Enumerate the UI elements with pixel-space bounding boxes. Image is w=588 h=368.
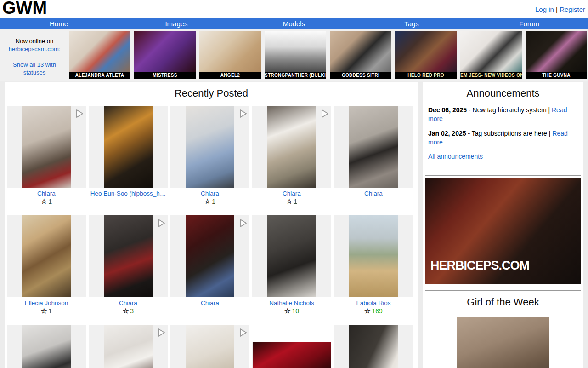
play-icon — [155, 327, 166, 339]
login-link[interactable]: Log in — [535, 6, 554, 13]
nav-item-home[interactable]: Home — [0, 18, 118, 29]
online-model-image — [199, 31, 261, 72]
post-thumbnail[interactable] — [334, 106, 413, 188]
herbicepscam-link[interactable]: herbicepscam.com: — [9, 46, 61, 52]
post-image — [267, 215, 316, 297]
model-name-link[interactable]: Fabiola Rios — [334, 299, 413, 307]
post-thumbnail[interactable] — [7, 106, 86, 188]
post-thumbnail[interactable] — [170, 325, 249, 368]
post-thumbnail[interactable] — [252, 215, 331, 297]
model-name-link[interactable]: Ellecia Johnson — [7, 299, 86, 307]
post-card: Chiara ☆1 — [170, 106, 249, 205]
star-icon: ☆ — [284, 307, 290, 315]
post-thumbnail[interactable] — [334, 325, 413, 368]
model-name-link[interactable]: Chiara — [252, 190, 331, 197]
online-model-name: HELO RED PRO — [395, 72, 457, 79]
online-model-image — [526, 31, 587, 72]
online-model-thumb[interactable]: ANGEL2 — [199, 31, 261, 79]
post-card — [334, 325, 413, 368]
post-thumbnail[interactable] — [334, 215, 413, 297]
model-name-link[interactable]: Chiara — [89, 299, 168, 307]
post-card: Heo Eun-Soo (hipboss_h… ☆ — [89, 106, 168, 205]
show-all-statuses-link[interactable]: Show all 13 with statuses — [7, 61, 62, 76]
model-name-link[interactable]: Chiara — [334, 190, 413, 197]
online-model-thumb[interactable]: GODDESS SITRI — [330, 31, 391, 79]
model-name-link[interactable]: Chiara — [170, 190, 249, 197]
nav-item-models[interactable]: Models — [235, 18, 353, 29]
post-thumbnail[interactable] — [7, 215, 86, 297]
star-count: 169 — [372, 307, 383, 315]
girl-of-the-week-title: Girl of the Week — [423, 291, 583, 315]
online-model-thumb[interactable]: STRONGPANTHER (BULKIN — [265, 31, 326, 79]
post-image — [22, 106, 71, 188]
register-link[interactable]: Register — [560, 6, 585, 13]
online-info: Now online on herbicepscam.com: Show all… — [0, 31, 69, 81]
online-intro-text: Now online on — [0, 37, 69, 45]
post-image — [253, 342, 331, 368]
online-model-name: THE GUVNA — [526, 72, 587, 79]
post-thumbnail[interactable] — [89, 215, 168, 297]
content-area: Recently Posted Chiara ☆1 Heo Eun-Soo (h… — [0, 81, 588, 368]
announcement-text: - Tag subscriptions are here | — [466, 130, 553, 137]
online-model-name: ALEJANDRA ATLETA — [69, 72, 130, 79]
play-icon — [237, 108, 248, 120]
model-name-link[interactable]: Chiara — [7, 190, 86, 197]
online-model-thumb[interactable]: MISTRESS — [134, 31, 196, 79]
announcement-date: Jan 02, 2025 — [428, 130, 466, 137]
site-logo[interactable]: GWM — [2, 0, 47, 18]
online-model-name: STRONGPANTHER (BULKIN — [265, 72, 326, 79]
post-card: Chiara ☆3 — [89, 215, 168, 315]
nav-item-images[interactable]: Images — [118, 18, 235, 29]
post-image — [349, 325, 398, 368]
star-icon: ☆ — [364, 307, 370, 315]
herbiceps-ad-banner[interactable]: HERBICEPS.COM — [425, 178, 581, 284]
star-count-row: ☆10 — [252, 307, 331, 315]
star-count-row: ☆1 — [7, 307, 86, 315]
post-card — [89, 325, 168, 368]
star-count-row: ☆1 — [252, 198, 331, 205]
play-icon — [74, 108, 85, 120]
post-card — [7, 325, 86, 368]
online-model-name: MISTRESS — [134, 72, 196, 79]
main-nav: Home Images Models Tags Forum — [0, 18, 588, 29]
post-thumbnail[interactable] — [89, 106, 168, 188]
online-model-thumb[interactable]: EM JESS- NEW VIDEOS ON — [460, 31, 522, 79]
model-name-link[interactable]: Chiara — [170, 299, 249, 307]
star-count: 1 — [212, 198, 215, 205]
post-card — [252, 325, 331, 368]
post-thumbnail[interactable] — [170, 106, 249, 188]
post-image — [104, 215, 153, 297]
online-model-image — [265, 31, 326, 72]
spacer — [0, 53, 69, 61]
post-thumbnail[interactable] — [89, 325, 168, 368]
post-image — [22, 325, 71, 368]
post-thumbnail[interactable] — [252, 342, 331, 368]
all-announcements-row: All announcements — [423, 153, 583, 160]
nav-item-tags[interactable]: Tags — [353, 18, 470, 29]
post-card — [170, 325, 249, 368]
online-model-thumb[interactable]: ALEJANDRA ATLETA — [69, 31, 130, 79]
online-model-name: ANGEL2 — [199, 72, 261, 79]
star-count: 10 — [292, 307, 299, 315]
online-model-thumb[interactable]: THE GUVNA — [526, 31, 587, 79]
all-announcements-link[interactable]: All announcements — [428, 153, 483, 160]
post-thumbnail[interactable] — [7, 325, 86, 368]
online-model-image — [395, 31, 457, 72]
play-icon — [319, 108, 330, 120]
girl-of-the-week-image[interactable] — [457, 317, 549, 368]
online-model-thumb[interactable]: HELO RED PRO — [395, 31, 457, 79]
announcement-text: - New tag hierarchy system | — [467, 106, 552, 114]
online-model-name: EM JESS- NEW VIDEOS ON — [460, 72, 522, 79]
nav-item-forum[interactable]: Forum — [470, 18, 588, 29]
recently-posted-title: Recently Posted — [5, 82, 418, 106]
star-count-row: ☆3 — [89, 307, 168, 315]
play-icon — [155, 217, 166, 229]
post-card: Nathalie Nichols ☆10 — [252, 215, 331, 315]
post-thumbnail[interactable] — [170, 215, 249, 297]
post-thumbnail[interactable] — [252, 106, 331, 188]
online-model-image — [330, 31, 391, 72]
model-name-link[interactable]: Heo Eun-Soo (hipboss_h… — [89, 190, 168, 197]
announcement-item: Jan 02, 2025 - Tag subscriptions are her… — [423, 129, 583, 147]
play-icon — [237, 217, 248, 229]
model-name-link[interactable]: Nathalie Nichols — [252, 299, 331, 307]
